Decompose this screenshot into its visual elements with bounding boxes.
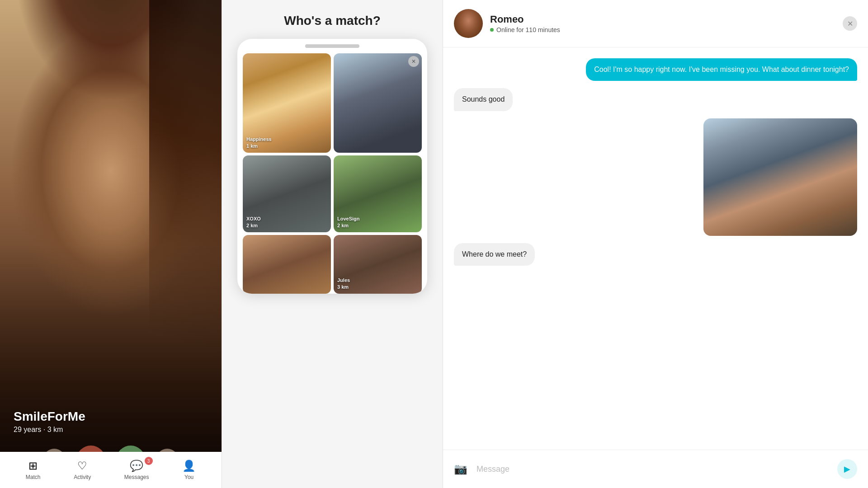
bottom-nav: ⊞ Match ♡ Activity 💬 3 Messages 👤 You bbox=[0, 452, 222, 488]
chat-close-button[interactable]: ✕ bbox=[843, 16, 857, 31]
nav-match-label: Match bbox=[26, 474, 41, 480]
match-panel: Who's a match? Happiness 1 km ✕ XOXO bbox=[222, 0, 443, 488]
match-card-xoxo[interactable]: XOXO 2 km bbox=[243, 155, 331, 232]
camera-icon[interactable]: 📷 bbox=[454, 463, 467, 475]
match-icon: ⊞ bbox=[28, 460, 38, 472]
phone-frame: Happiness 1 km ✕ XOXO 2 km bbox=[237, 39, 427, 294]
chat-user-info: Romeo Online for 110 minutes bbox=[490, 14, 835, 33]
card-label-lovesign: LoveSign 2 km bbox=[337, 216, 360, 229]
chat-panel: Romeo Online for 110 minutes ✕ Cool! I'm… bbox=[443, 0, 868, 488]
status-text: Online for 110 minutes bbox=[496, 26, 560, 33]
profile-panel: SmileForMe 29 years · 3 km ↩ ✕ ✓ 🚀 ⊞ Mat… bbox=[0, 0, 222, 488]
send-button[interactable]: ▶ bbox=[837, 459, 857, 479]
activity-icon: ♡ bbox=[77, 460, 87, 472]
chat-status: Online for 110 minutes bbox=[490, 26, 835, 33]
chat-footer: 📷 Message ▶ bbox=[443, 450, 868, 488]
card-label-xoxo: XOXO 2 km bbox=[246, 216, 261, 229]
match-card-lovesign[interactable]: LoveSign 2 km bbox=[334, 155, 422, 232]
nav-messages-label: Messages bbox=[124, 474, 149, 480]
profile-name: SmileForMe bbox=[14, 409, 85, 424]
chat-avatar bbox=[454, 9, 483, 38]
nav-you-label: You bbox=[184, 474, 193, 480]
messages-badge: 3 bbox=[145, 457, 153, 465]
profile-photo: SmileForMe 29 years · 3 km bbox=[0, 0, 222, 488]
match-grid: Happiness 1 km ✕ XOXO 2 km bbox=[243, 53, 422, 294]
match-card-jules[interactable]: Jules 3 km bbox=[334, 235, 422, 294]
chat-username: Romeo bbox=[490, 14, 835, 25]
match-card-happiness[interactable]: Happiness 1 km bbox=[243, 53, 331, 153]
chat-messages: Cool! I'm so happy right now. I've been … bbox=[443, 47, 868, 450]
message-image bbox=[703, 118, 857, 236]
card-label-jules: Jules 3 km bbox=[337, 277, 350, 290]
nav-activity-label: Activity bbox=[74, 474, 91, 480]
match-card-2[interactable]: ✕ bbox=[334, 53, 422, 153]
card-label-happiness: Happiness 1 km bbox=[246, 136, 272, 149]
message-received-2: Where do we meet? bbox=[454, 243, 535, 266]
nav-match[interactable]: ⊞ Match bbox=[26, 460, 41, 480]
message-sent-1: Cool! I'm so happy right now. I've been … bbox=[586, 58, 857, 81]
profile-icon: 👤 bbox=[182, 460, 196, 472]
match-card-5[interactable] bbox=[243, 235, 331, 294]
profile-info: SmileForMe 29 years · 3 km bbox=[14, 409, 85, 434]
send-icon: ▶ bbox=[844, 464, 850, 474]
close-card-button[interactable]: ✕ bbox=[408, 56, 419, 67]
nav-messages[interactable]: 💬 3 Messages bbox=[124, 460, 149, 480]
nav-you[interactable]: 👤 You bbox=[182, 460, 196, 480]
message-placeholder[interactable]: Message bbox=[475, 465, 830, 474]
online-status-dot bbox=[490, 28, 494, 32]
messages-icon: 💬 bbox=[130, 460, 143, 472]
chat-header: Romeo Online for 110 minutes ✕ bbox=[443, 0, 868, 47]
message-received-1: Sounds good bbox=[454, 88, 513, 111]
match-title: Who's a match? bbox=[284, 14, 381, 28]
profile-meta: 29 years · 3 km bbox=[14, 426, 85, 434]
nav-activity[interactable]: ♡ Activity bbox=[74, 460, 91, 480]
phone-notch bbox=[305, 44, 359, 48]
